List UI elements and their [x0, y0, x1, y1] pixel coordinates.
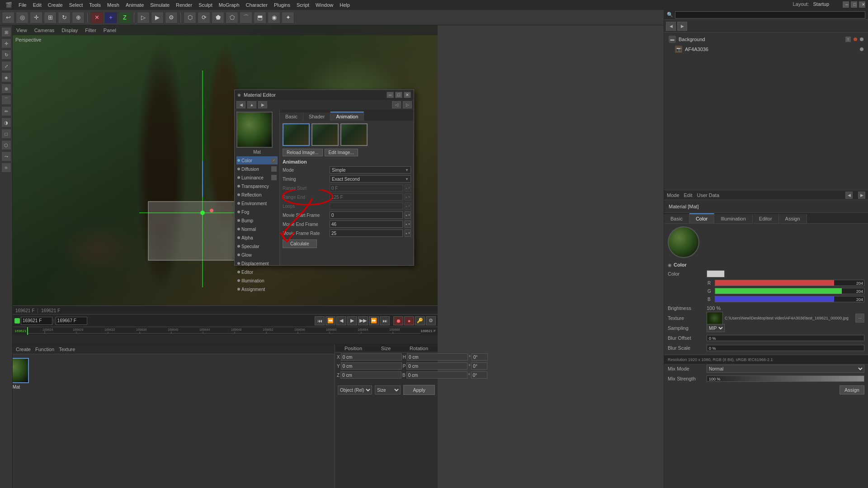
attr-menu-mode[interactable]: Mode — [667, 192, 679, 198]
sidebar-uv-btn[interactable]: □ — [1, 129, 11, 139]
menu-edit[interactable]: Edit — [30, 2, 44, 8]
bottom-menu-create[interactable]: Create — [16, 347, 31, 352]
anim-movie-start-value[interactable] — [330, 211, 403, 219]
anim-range-end-value[interactable] — [330, 193, 403, 201]
camera-btn[interactable]: ◉ — [268, 12, 280, 23]
channel-glow[interactable]: Glow — [236, 251, 278, 259]
object-row-af4a3036[interactable]: 📷 AF4A3036 — [666, 44, 866, 54]
sidebar-move-btn[interactable]: ✛ — [1, 38, 11, 48]
channel-diffusion[interactable]: Diffusion — [236, 165, 278, 173]
rotate-btn[interactable]: ↻ — [58, 12, 71, 23]
anim-loops-spinner[interactable]: ▲▼ — [405, 202, 411, 210]
sidebar-snap-btn[interactable]: ◈ — [1, 72, 11, 82]
edit-image-btn[interactable]: Edit Image... — [325, 149, 358, 156]
anim-movie-end-spinner[interactable]: ▲▼ — [405, 221, 411, 228]
anim-thumb-3[interactable] — [340, 123, 368, 146]
sidebar-scale-btn[interactable]: ⤢ — [1, 61, 11, 71]
size-type-select[interactable]: Size — [375, 385, 401, 394]
obj-tool-1[interactable]: ◀ — [666, 22, 676, 31]
play-back-btn[interactable]: ◀ — [336, 316, 346, 325]
anim-fps-spinner[interactable]: ▲▼ — [405, 230, 411, 237]
anim-movie-start-input[interactable] — [331, 213, 401, 218]
channel-editor[interactable]: Editor — [236, 268, 278, 276]
knife-btn[interactable]: ⌒ — [240, 12, 252, 23]
anim-mode-dropdown[interactable]: Simple ▼ — [330, 166, 411, 174]
anim-movie-end-input[interactable] — [331, 222, 401, 227]
texture-browse-btn[interactable]: ··· — [855, 314, 864, 323]
coords-y-rot[interactable] — [471, 362, 487, 370]
g-slider[interactable]: 204 — [715, 288, 864, 294]
sidebar-axis-btn[interactable]: ⊕ — [1, 84, 11, 94]
viewport-menu-display[interactable]: Display — [61, 28, 78, 33]
polygon-btn[interactable]: ⟳ — [198, 12, 210, 23]
sidebar-material-btn[interactable]: ◑ — [1, 117, 11, 127]
coords-y-pos[interactable] — [341, 362, 402, 370]
spline-btn[interactable]: ⬟ — [212, 12, 224, 23]
y-btn[interactable]: + — [104, 12, 117, 23]
dialog-tab-animation[interactable]: Animation — [330, 112, 364, 121]
transform-btn[interactable]: ⊕ — [72, 12, 85, 23]
bottom-menu-function[interactable]: Function — [35, 347, 54, 352]
prev-frame-btn[interactable]: ⏪ — [326, 316, 335, 325]
coords-x-rot[interactable] — [472, 353, 488, 361]
attr-nav-back[interactable]: ◀ — [845, 192, 853, 199]
menu-mesh[interactable]: Mesh — [104, 2, 122, 8]
menu-mograph[interactable]: MoGraph — [216, 2, 242, 8]
coords-z-rot[interactable] — [471, 371, 487, 379]
object-row-background[interactable]: ▬ Background T — [666, 34, 866, 44]
attr-tab-illumination[interactable]: Illumination — [714, 214, 753, 223]
close-btn[interactable]: ✕ — [859, 1, 865, 8]
dialog-titlebar[interactable]: ◉ Material Editor ─ □ ✕ — [235, 90, 414, 100]
object-type-select[interactable]: Object (Rel) — [338, 385, 372, 394]
object-search-input[interactable] — [675, 11, 865, 19]
menu-character[interactable]: Character — [243, 2, 270, 8]
move-btn[interactable]: ✛ — [30, 12, 42, 23]
b-slider[interactable]: 204 — [715, 296, 864, 302]
anim-fps-value[interactable] — [330, 230, 403, 237]
viewport-menu-panel[interactable]: Panel — [104, 28, 116, 33]
anim-movie-end-value[interactable] — [330, 221, 403, 228]
viewport-menu-view[interactable]: View — [16, 28, 27, 33]
menu-render[interactable]: Render — [173, 2, 195, 8]
render-btn[interactable]: ▷ — [137, 12, 150, 23]
sampling-select[interactable]: MIP — [707, 324, 725, 332]
anim-thumb-2[interactable] — [311, 123, 339, 146]
extrude-btn[interactable]: ⬒ — [254, 12, 266, 23]
dialog-tab-shader[interactable]: Shader — [303, 113, 330, 121]
sidebar-dynamics-btn[interactable]: ⚛ — [1, 163, 11, 173]
record-btn[interactable]: ⏺ — [393, 316, 403, 325]
channel-color[interactable]: Color ✓ — [236, 156, 278, 164]
attr-nav-fwd[interactable]: ▶ — [858, 192, 865, 199]
anim-range-start-input[interactable] — [331, 186, 401, 191]
sidebar-deform-btn[interactable]: ⤳ — [1, 151, 11, 161]
maximize-btn[interactable]: □ — [851, 1, 857, 8]
coords-x-pos[interactable] — [341, 353, 402, 361]
anim-movie-start-spinner[interactable]: ▲▼ — [405, 211, 411, 219]
menu-tools[interactable]: Tools — [86, 2, 104, 8]
dialog-nav-right[interactable]: ▶ — [258, 101, 267, 108]
subdivide-btn[interactable]: ⬠ — [226, 12, 238, 23]
channel-bump[interactable]: Bump — [236, 216, 278, 225]
dialog-nav-up[interactable]: ▲ — [247, 101, 256, 108]
channel-luminance[interactable]: Luminance — [236, 174, 278, 182]
anim-thumb-1[interactable] — [283, 123, 310, 146]
next-frame-btn[interactable]: ⏩ — [369, 316, 379, 325]
assign-btn[interactable]: Assign — [840, 385, 864, 394]
go-end-btn[interactable]: ⏭ — [380, 316, 390, 325]
reload-image-btn[interactable]: Reload Image... — [283, 149, 323, 156]
menu-plugins[interactable]: Plugins — [271, 2, 293, 8]
viewport-menu-filter[interactable]: Filter — [85, 28, 96, 33]
coords-z-size[interactable] — [406, 371, 467, 379]
channel-assignment[interactable]: Assignment — [236, 285, 278, 293]
anim-loops-input[interactable] — [331, 204, 401, 209]
go-start-btn[interactable]: ⏮ — [315, 316, 325, 325]
r-slider[interactable]: 204 — [715, 280, 864, 286]
current-frame-input[interactable] — [21, 317, 52, 325]
undo-btn[interactable]: ↩ — [2, 12, 14, 23]
channel-fog[interactable]: Fog — [236, 208, 278, 216]
apply-btn[interactable]: Apply — [403, 385, 435, 395]
render-settings-btn[interactable]: ⚙ — [165, 12, 178, 23]
menu-simulate[interactable]: Simulate — [147, 2, 172, 8]
anim-range-start-value[interactable] — [330, 184, 403, 192]
channel-transparency[interactable]: Transparency — [236, 182, 278, 190]
